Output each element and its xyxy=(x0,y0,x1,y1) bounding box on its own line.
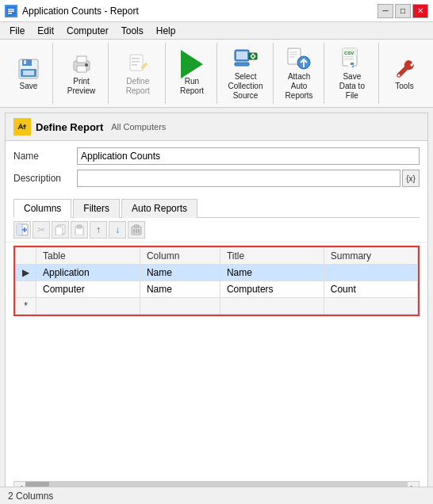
row-summary-2[interactable]: Count xyxy=(324,281,417,298)
row-title-2[interactable]: Computers xyxy=(220,281,324,298)
new-row-table[interactable] xyxy=(36,298,140,315)
save-button[interactable]: Save xyxy=(11,55,46,93)
col-summary-header: Summary xyxy=(324,248,417,265)
run-icon xyxy=(179,52,205,77)
new-row-title[interactable] xyxy=(220,298,324,315)
row-summary-1[interactable] xyxy=(324,265,417,281)
menu-edit[interactable]: Edit xyxy=(31,24,60,38)
form-subtitle: All Computers xyxy=(111,122,166,132)
ribbon-group-csv: CSV Save Data to File xyxy=(326,43,379,104)
tab-filters[interactable]: Filters xyxy=(73,199,120,218)
row-indicator-2 xyxy=(16,281,36,298)
app-icon xyxy=(5,5,17,17)
paste-button[interactable] xyxy=(71,221,88,239)
ribbon-group-print: Print Preview xyxy=(55,43,109,104)
svg-rect-2 xyxy=(8,10,14,12)
svg-rect-42 xyxy=(77,225,82,228)
svg-rect-31 xyxy=(344,59,354,60)
svg-rect-16 xyxy=(132,64,137,66)
row-table-1[interactable]: Application xyxy=(36,265,140,281)
svg-rect-44 xyxy=(134,225,139,227)
select-collection-icon xyxy=(233,47,259,72)
form-header: Define Report All Computers xyxy=(6,113,427,141)
row-indicator-1: ▶ xyxy=(16,265,36,281)
move-up-button[interactable]: ↑ xyxy=(90,221,107,239)
tab-auto-reports[interactable]: Auto Reports xyxy=(121,199,197,218)
menu-computer[interactable]: Computer xyxy=(60,24,115,38)
tab-columns[interactable]: Columns xyxy=(13,199,71,218)
save-data-icon: CSV xyxy=(339,47,365,72)
save-data-button[interactable]: CSV Save Data to File xyxy=(332,45,372,102)
svg-rect-8 xyxy=(23,71,34,75)
row-title-1[interactable]: Name xyxy=(220,265,324,281)
new-row-indicator: * xyxy=(16,298,36,315)
table-row[interactable]: ▶ Application Name Name xyxy=(16,265,418,281)
svg-rect-22 xyxy=(289,52,297,53)
attach-auto-reports-button[interactable]: Attach Auto Reports xyxy=(282,45,317,102)
menu-tools[interactable]: Tools xyxy=(115,24,150,38)
tabs: Columns Filters Auto Reports xyxy=(13,198,420,218)
new-row-column[interactable] xyxy=(140,298,220,315)
formula-button[interactable]: {x} xyxy=(402,170,420,187)
new-row: * xyxy=(16,298,418,315)
run-report-label: Run Report xyxy=(177,77,206,96)
svg-rect-19 xyxy=(235,63,249,66)
form-title: Define Report xyxy=(36,121,103,133)
row-column-1[interactable]: Name xyxy=(140,265,220,281)
cut-button[interactable]: ✂ xyxy=(33,221,50,239)
move-down-button[interactable]: ↓ xyxy=(109,221,126,239)
empty-area xyxy=(6,319,427,478)
maximize-button[interactable]: □ xyxy=(395,4,411,18)
name-input[interactable] xyxy=(77,147,420,165)
svg-rect-10 xyxy=(77,56,86,63)
svg-rect-13 xyxy=(130,55,143,71)
table-row[interactable]: Computer Name Computers Count xyxy=(16,281,418,298)
window-controls[interactable]: ─ □ ✕ xyxy=(377,4,428,18)
ribbon: Save Print Preview xyxy=(0,40,433,108)
print-icon xyxy=(69,52,94,77)
svg-rect-40 xyxy=(56,227,63,235)
minimize-button[interactable]: ─ xyxy=(377,4,393,18)
col-title-header: Title xyxy=(220,248,324,265)
row-column-2[interactable]: Name xyxy=(140,281,220,298)
svg-point-12 xyxy=(85,63,88,67)
select-collection-button[interactable]: Select Collection Source xyxy=(225,45,266,102)
form-fields: Name Description {x} xyxy=(6,141,427,198)
ribbon-group-attach: Attach Auto Reports xyxy=(275,43,324,104)
tools-button[interactable]: Tools xyxy=(387,55,422,93)
menu-file[interactable]: File xyxy=(3,24,31,38)
row-table-2[interactable]: Computer xyxy=(36,281,140,298)
description-label: Description xyxy=(13,173,77,184)
col-indicator-header xyxy=(16,248,36,265)
svg-rect-6 xyxy=(24,60,26,64)
name-label: Name xyxy=(13,151,77,162)
attach-auto-reports-icon xyxy=(286,47,312,72)
print-preview-button[interactable]: Print Preview xyxy=(61,50,102,97)
svg-rect-14 xyxy=(132,58,140,59)
delete-button[interactable] xyxy=(128,221,145,239)
menu-help[interactable]: Help xyxy=(150,24,182,38)
svg-rect-30 xyxy=(344,58,354,59)
define-report-icon xyxy=(125,52,151,77)
copy-button[interactable] xyxy=(52,221,69,239)
define-report-label: Define Report xyxy=(120,77,155,96)
close-button[interactable]: ✕ xyxy=(412,4,428,18)
status-bar: 2 Columns xyxy=(0,487,433,504)
svg-rect-3 xyxy=(8,13,12,14)
tools-label: Tools xyxy=(395,82,413,91)
description-input[interactable] xyxy=(77,170,400,187)
svg-rect-15 xyxy=(132,61,140,63)
table-toolbar: ✂ ↑ ↓ xyxy=(6,218,427,242)
svg-rect-1 xyxy=(8,9,14,10)
attach-auto-reports-label: Attach Auto Reports xyxy=(285,72,314,101)
define-report-button[interactable]: Define Report xyxy=(117,50,159,97)
svg-rect-24 xyxy=(289,56,295,58)
run-report-button[interactable]: Run Report xyxy=(174,50,209,97)
svg-point-32 xyxy=(398,74,400,76)
print-preview-label: Print Preview xyxy=(64,77,98,96)
col-table-header: Table xyxy=(36,248,140,265)
new-row-summary[interactable] xyxy=(324,298,417,315)
add-column-button[interactable] xyxy=(13,221,31,239)
ribbon-group-tools: Tools xyxy=(381,43,428,104)
svg-rect-18 xyxy=(236,52,247,59)
